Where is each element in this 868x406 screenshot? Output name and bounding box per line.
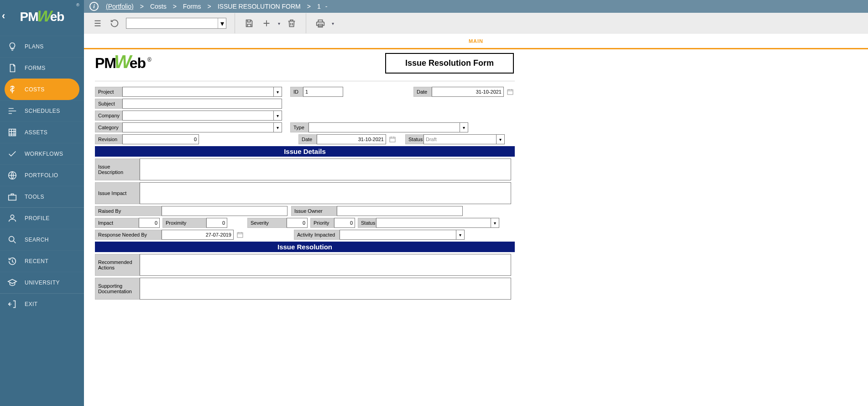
search-icon — [7, 235, 17, 245]
chevron-down-icon[interactable]: ▾ — [274, 111, 282, 121]
crumb-forms[interactable]: Forms — [183, 3, 201, 10]
label-activity-impacted: Activity Impacted — [294, 230, 340, 240]
label-supporting-doc: Supporting Documentation — [95, 278, 140, 300]
label-project: Project — [95, 87, 122, 97]
label-rev-date: Date — [298, 134, 317, 144]
sidebar-item-tools[interactable]: TOOLS — [0, 186, 84, 207]
chevron-down-icon[interactable]: ▾ — [332, 21, 334, 26]
calendar-icon[interactable] — [388, 135, 397, 144]
crumb-sep: > — [307, 3, 311, 10]
label-subject: Subject — [95, 99, 122, 109]
issue-impact-input[interactable] — [140, 182, 511, 204]
exit-icon — [7, 299, 17, 309]
label-resp-needed: Response Needed By — [95, 230, 162, 240]
category-input[interactable] — [122, 122, 274, 132]
person-icon — [7, 213, 17, 223]
rec-actions-input[interactable] — [140, 254, 511, 276]
cap-icon — [7, 278, 17, 288]
chevron-down-icon[interactable]: ▾ — [274, 122, 282, 132]
sidebar-item-forms[interactable]: FORMS — [0, 57, 84, 79]
label-issue-desc: Issue Description — [95, 158, 140, 180]
sidebar-item-search[interactable]: SEARCH — [0, 229, 84, 250]
chevron-down-icon[interactable]: ▾ — [274, 87, 282, 97]
crumb-portfolio[interactable]: (Portfolio) — [106, 3, 134, 10]
project-input[interactable] — [122, 87, 274, 97]
impact-input[interactable] — [139, 218, 160, 228]
resp-needed-input[interactable] — [162, 230, 234, 240]
sidebar-item-label: UNIVERSITY — [25, 279, 60, 286]
grid-icon — [7, 127, 17, 137]
list-icon[interactable] — [91, 17, 103, 29]
chevron-down-icon[interactable]: ▾ — [278, 21, 280, 26]
date-input[interactable] — [432, 87, 504, 97]
calendar-icon[interactable] — [506, 87, 515, 96]
issue-desc-input[interactable] — [140, 158, 511, 180]
severity-input[interactable] — [287, 218, 308, 228]
add-icon[interactable] — [261, 17, 272, 29]
sidebar-item-label: COSTS — [25, 86, 45, 93]
label-id: ID — [290, 87, 303, 97]
priority-input[interactable] — [334, 218, 355, 228]
sidebar-item-label: FORMS — [25, 65, 46, 71]
save-icon[interactable] — [243, 17, 255, 29]
info-icon[interactable]: i — [89, 2, 99, 11]
record-select-input[interactable] — [126, 20, 218, 26]
id-input[interactable] — [303, 87, 343, 97]
sidebar-item-schedules[interactable]: SCHEDULES — [0, 100, 84, 121]
type-input[interactable] — [309, 122, 460, 132]
revision-input[interactable] — [122, 134, 199, 144]
sidebar-item-university[interactable]: UNIVERSITY — [0, 272, 84, 293]
form-canvas: PMWeb® Issue Resolution Form Project ▾ I… — [95, 53, 515, 301]
bulb-icon — [7, 42, 17, 52]
form-title: Issue Resolution Form — [385, 53, 514, 74]
chevron-down-icon[interactable]: ▾ — [497, 134, 505, 144]
status-input[interactable] — [424, 134, 497, 144]
record-select[interactable]: ▾ — [126, 18, 226, 29]
check-icon — [7, 149, 17, 159]
supporting-doc-input[interactable] — [140, 278, 511, 300]
status2-input[interactable] — [376, 218, 491, 228]
svg-rect-6 — [390, 137, 395, 142]
company-input[interactable] — [122, 111, 274, 121]
label-company: Company — [95, 111, 122, 121]
proximity-input[interactable] — [206, 218, 227, 228]
sidebar-item-costs[interactable]: COSTS — [5, 79, 79, 100]
sidebar-item-label: PROFILE — [25, 215, 50, 221]
crumb-costs[interactable]: Costs — [150, 3, 167, 10]
issue-owner-input[interactable] — [337, 206, 463, 216]
subject-input[interactable] — [122, 99, 282, 109]
collapse-icon[interactable]: ‹ — [2, 10, 5, 22]
crumb-sep: > — [140, 3, 144, 10]
delete-icon[interactable] — [286, 17, 298, 29]
sidebar-item-profile[interactable]: PROFILE — [0, 207, 84, 229]
rev-date-input[interactable] — [317, 134, 386, 144]
raised-by-input[interactable] — [162, 206, 288, 216]
chevron-down-icon[interactable]: ▾ — [460, 122, 468, 132]
crumb-id: 1 — [317, 3, 321, 10]
tab-main[interactable]: MAIN — [469, 38, 483, 44]
chevron-down-icon[interactable]: ▾ — [456, 230, 465, 240]
crumb-dash: - — [325, 3, 328, 10]
label-status: Status — [405, 134, 424, 144]
history-icon[interactable] — [109, 17, 120, 29]
label-issue-owner: Issue Owner — [291, 206, 337, 216]
sidebar-item-plans[interactable]: PLANS — [0, 36, 84, 57]
logo[interactable]: ‹ PMWeb ® — [0, 0, 84, 34]
label-issue-impact: Issue Impact — [95, 182, 140, 204]
sidebar-item-workflows[interactable]: WORKFLOWS — [0, 143, 84, 164]
label-date: Date — [413, 87, 432, 97]
sidebar-item-portfolio[interactable]: PORTFOLIO — [0, 164, 84, 186]
print-icon[interactable] — [314, 17, 326, 29]
sidebar-item-label: PORTFOLIO — [25, 172, 58, 179]
sidebar-item-recent[interactable]: RECENT — [0, 250, 84, 272]
activity-impacted-input[interactable] — [340, 230, 456, 240]
chevron-down-icon[interactable]: ▾ — [218, 18, 226, 28]
doc-icon — [7, 63, 17, 73]
sidebar-item-exit[interactable]: EXIT — [0, 293, 84, 315]
svg-rect-7 — [237, 232, 243, 237]
sidebar-item-assets[interactable]: ASSETS — [0, 121, 84, 143]
dollar-icon — [7, 84, 17, 95]
crumb-form-name[interactable]: ISSUE RESOLUTION FORM — [218, 3, 301, 10]
chevron-down-icon[interactable]: ▾ — [491, 218, 499, 228]
calendar-icon[interactable] — [235, 230, 245, 239]
